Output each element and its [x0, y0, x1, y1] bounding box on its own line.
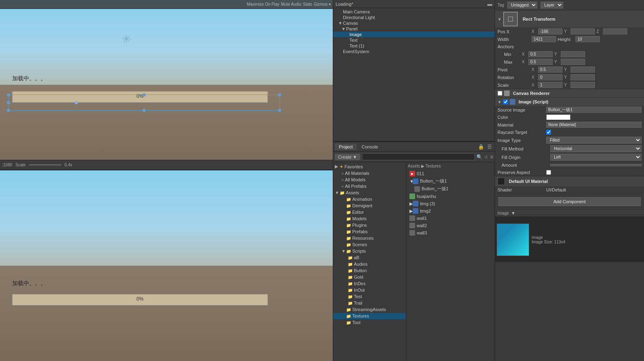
mute-label[interactable]: Mute Audio: [281, 2, 301, 6]
image-script-checkbox[interactable]: [503, 99, 508, 104]
tree-all-materials[interactable]: ○ All Materials: [333, 170, 406, 176]
fill-amount-slider[interactable]: [550, 164, 642, 166]
asset-wall2[interactable]: wall2: [408, 222, 493, 229]
tree-models[interactable]: 📁 Models: [333, 215, 406, 222]
asset-011[interactable]: ▶ 011: [408, 170, 493, 177]
hier-directional-light[interactable]: Directional Light: [333, 15, 495, 20]
scale-slider[interactable]: [29, 164, 61, 165]
tree-streaming-assets[interactable]: 📁 StreamingAssets: [333, 306, 406, 313]
pos-z-input[interactable]: [603, 28, 627, 34]
minimize-hierarchy-btn[interactable]: ▬: [487, 1, 492, 7]
handle-tl[interactable]: [7, 93, 10, 97]
asset-timg3[interactable]: ▶ timg (3): [408, 200, 493, 207]
search-icon-btn[interactable]: 🔍: [476, 154, 482, 160]
image-type-dropdown[interactable]: Filled: [546, 137, 642, 144]
pos-x-input[interactable]: [538, 28, 562, 34]
tree-resources[interactable]: 📁 Resources: [333, 235, 406, 241]
tree-prefabs[interactable]: 📁 Prefabs: [333, 228, 406, 235]
scale-y-input[interactable]: [571, 82, 595, 88]
handle-tm[interactable]: [142, 93, 146, 97]
tree-indes[interactable]: 📁 InDes: [333, 280, 406, 287]
asset-button-folder[interactable]: ▼ Button_一级1: [408, 177, 493, 185]
tab-console[interactable]: Console: [358, 144, 382, 150]
rotation-x-input[interactable]: [538, 74, 562, 80]
maximize-label[interactable]: Maximize On Play: [247, 2, 280, 6]
hier-eventsystem[interactable]: EventSystem: [333, 49, 495, 54]
tree-editor[interactable]: 📁 Editor: [333, 209, 406, 215]
pos-y-input[interactable]: [571, 28, 595, 34]
tree-plugins[interactable]: 📁 Plugins: [333, 222, 406, 228]
tree-audios[interactable]: 📁 Audios: [333, 261, 406, 267]
tree-animation[interactable]: 📁 Animation: [333, 196, 406, 202]
tree-scenes[interactable]: 📁 Scenes: [333, 241, 406, 248]
anchor-min-y-input[interactable]: [561, 51, 585, 57]
tree-button[interactable]: 📁 Button: [333, 267, 406, 274]
handle-br[interactable]: [278, 109, 281, 112]
handle-ml[interactable]: [7, 101, 10, 104]
layer-dropdown[interactable]: Layer: [541, 2, 563, 9]
tree-gold[interactable]: 📁 Gold: [333, 274, 406, 280]
pivot-y-input[interactable]: [571, 67, 595, 73]
hierarchy-content[interactable]: Main Camera Directional Light ▼ Canvas: [333, 8, 495, 141]
asset-timg2[interactable]: ▶ timg2: [408, 207, 493, 215]
default-material-header[interactable]: Default UI Material: [495, 176, 644, 186]
width-input[interactable]: [532, 36, 556, 42]
canvas-renderer-checkbox[interactable]: [498, 91, 502, 96]
image-script-header[interactable]: ▼ Image (Script): [495, 98, 644, 106]
hier-image[interactable]: Image: [333, 32, 495, 37]
anchor-max-y-input[interactable]: [561, 59, 585, 65]
preserve-checkbox[interactable]: [546, 170, 551, 175]
material-input[interactable]: [546, 122, 642, 128]
tree-demigiant[interactable]: 📁 Demigiant: [333, 202, 406, 209]
rotation-y-input[interactable]: [571, 74, 595, 80]
hier-main-camera[interactable]: Main Camera: [333, 9, 495, 15]
asset-wall3[interactable]: wall3: [408, 229, 493, 236]
anchor-max-x-input[interactable]: [528, 59, 553, 65]
project-assets-area[interactable]: Assets ▶ Textures ▶ 011 ▼ Button_一级1: [406, 162, 495, 361]
tree-all-prefabs[interactable]: ○ All Prefabs: [333, 183, 406, 189]
gizmos-label[interactable]: Gizmos ▾: [314, 2, 331, 6]
project-tree[interactable]: ▶ ★ Favorites ○ All Materials ○ All Mode…: [333, 162, 406, 361]
tag-dropdown[interactable]: Untagged: [507, 2, 537, 9]
settings-icon-btn[interactable]: ≡: [490, 154, 493, 160]
scale-x-input[interactable]: [538, 82, 562, 88]
handle-bm[interactable]: [142, 109, 146, 112]
tree-textures[interactable]: 📁 Textures: [333, 313, 406, 319]
tree-scripts[interactable]: ▼ 📁 Scripts: [333, 248, 406, 254]
tree-aB[interactable]: 📁 aB: [333, 254, 406, 261]
hier-canvas[interactable]: ▼ Canvas: [333, 20, 495, 26]
rect-transform-header[interactable]: ▼ Rect Transform: [495, 11, 644, 28]
tree-inout[interactable]: 📁 InOut: [333, 287, 406, 293]
raycast-checkbox[interactable]: [546, 130, 551, 135]
handle-tr[interactable]: [278, 93, 281, 97]
fill-origin-dropdown[interactable]: Left: [550, 154, 642, 161]
preview-arrow[interactable]: ▼: [511, 211, 515, 215]
asset-button-image[interactable]: Button_一级1: [408, 185, 493, 193]
asset-huajianhu[interactable]: huajianhu: [408, 193, 493, 200]
pivot-x-input[interactable]: [538, 67, 562, 73]
tab-project[interactable]: Project: [335, 144, 357, 150]
filter-icon-btn[interactable]: ☆: [484, 154, 489, 160]
fill-method-dropdown[interactable]: Horizontal: [550, 145, 642, 152]
menu-icon[interactable]: ☰: [486, 144, 493, 150]
hier-panel[interactable]: ▼ Panel: [333, 26, 495, 32]
lock-icon[interactable]: 🔒: [477, 144, 485, 150]
color-swatch[interactable]: [546, 114, 571, 120]
tree-tool[interactable]: 📁 Tool: [333, 319, 406, 326]
hier-text1[interactable]: Text (1): [333, 43, 495, 49]
handle-bl[interactable]: [7, 109, 10, 112]
tree-test[interactable]: 📁 Test: [333, 293, 406, 300]
create-btn[interactable]: Create ▼: [335, 154, 360, 160]
stats-label[interactable]: Stats: [303, 2, 312, 6]
tree-all-models[interactable]: ○ All Models: [333, 176, 406, 183]
asset-wall1[interactable]: wall1: [408, 215, 493, 222]
tree-assets[interactable]: ▼ 📁 Assets: [333, 189, 406, 196]
inspector-scroll[interactable]: Tag Untagged Layer ▼ Rect Transform: [495, 0, 644, 361]
height-input[interactable]: [575, 36, 600, 42]
add-component-btn[interactable]: Add Component: [498, 197, 641, 206]
source-image-input[interactable]: [546, 107, 642, 113]
anchor-min-x-input[interactable]: [528, 51, 553, 57]
canvas-renderer-header[interactable]: Canvas Renderer: [495, 89, 644, 97]
tree-trail[interactable]: 📁 Trail: [333, 300, 406, 306]
handle-center[interactable]: [75, 101, 78, 104]
